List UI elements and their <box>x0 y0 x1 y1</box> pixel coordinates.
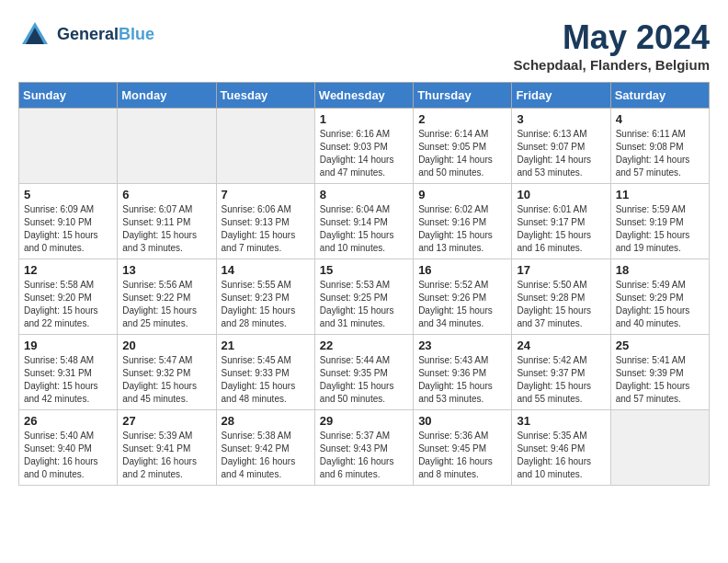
cell-info: Sunrise: 6:13 AM Sunset: 9:07 PM Dayligh… <box>517 128 605 179</box>
location-subtitle: Schepdaal, Flanders, Belgium <box>514 57 710 73</box>
day-number: 18 <box>616 263 704 277</box>
calendar-cell: 31Sunrise: 5:35 AM Sunset: 9:46 PM Dayli… <box>512 410 610 486</box>
weekday-header-row: SundayMondayTuesdayWednesdayThursdayFrid… <box>19 83 710 109</box>
day-number: 13 <box>122 263 210 277</box>
cell-info: Sunrise: 5:48 AM Sunset: 9:31 PM Dayligh… <box>24 354 112 406</box>
calendar-cell: 1Sunrise: 6:16 AM Sunset: 9:03 PM Daylig… <box>314 109 413 184</box>
day-number: 14 <box>222 263 310 277</box>
day-number: 25 <box>616 339 704 352</box>
cell-info: Sunrise: 5:53 AM Sunset: 9:25 PM Dayligh… <box>320 279 408 330</box>
day-number: 6 <box>122 188 210 201</box>
calendar-cell: 19Sunrise: 5:48 AM Sunset: 9:31 PM Dayli… <box>19 335 118 410</box>
calendar-cell: 6Sunrise: 6:07 AM Sunset: 9:11 PM Daylig… <box>118 184 216 259</box>
calendar-cell: 27Sunrise: 5:39 AM Sunset: 9:41 PM Dayli… <box>118 410 216 486</box>
cell-info: Sunrise: 5:41 AM Sunset: 9:39 PM Dayligh… <box>616 354 704 406</box>
logo-text: GeneralBlue <box>57 26 154 44</box>
cell-info: Sunrise: 5:35 AM Sunset: 9:46 PM Dayligh… <box>517 430 605 481</box>
calendar-cell: 14Sunrise: 5:55 AM Sunset: 9:23 PM Dayli… <box>216 259 314 335</box>
day-number: 3 <box>517 112 605 126</box>
calendar-cell: 17Sunrise: 5:50 AM Sunset: 9:28 PM Dayli… <box>512 259 610 335</box>
cell-info: Sunrise: 5:56 AM Sunset: 9:22 PM Dayligh… <box>122 279 210 330</box>
cell-info: Sunrise: 6:16 AM Sunset: 9:03 PM Dayligh… <box>320 128 408 179</box>
calendar-cell: 13Sunrise: 5:56 AM Sunset: 9:22 PM Dayli… <box>118 259 216 335</box>
cell-info: Sunrise: 5:59 AM Sunset: 9:19 PM Dayligh… <box>616 203 704 255</box>
calendar-cell: 29Sunrise: 5:37 AM Sunset: 9:43 PM Dayli… <box>314 410 413 486</box>
day-number: 15 <box>320 263 408 277</box>
calendar-cell: 25Sunrise: 5:41 AM Sunset: 9:39 PM Dayli… <box>610 335 709 410</box>
calendar-cell: 11Sunrise: 5:59 AM Sunset: 9:19 PM Dayli… <box>610 184 709 259</box>
calendar-cell: 22Sunrise: 5:44 AM Sunset: 9:35 PM Dayli… <box>314 335 413 410</box>
day-number: 17 <box>517 263 605 277</box>
calendar-cell: 28Sunrise: 5:38 AM Sunset: 9:42 PM Dayli… <box>216 410 314 486</box>
day-number: 29 <box>320 414 408 428</box>
cell-info: Sunrise: 5:58 AM Sunset: 9:20 PM Dayligh… <box>24 279 112 330</box>
cell-info: Sunrise: 5:50 AM Sunset: 9:28 PM Dayligh… <box>517 279 605 330</box>
calendar-cell: 24Sunrise: 5:42 AM Sunset: 9:37 PM Dayli… <box>512 335 610 410</box>
calendar-cell: 20Sunrise: 5:47 AM Sunset: 9:32 PM Dayli… <box>118 335 216 410</box>
logo: GeneralBlue <box>18 18 154 52</box>
calendar-cell: 26Sunrise: 5:40 AM Sunset: 9:40 PM Dayli… <box>19 410 118 486</box>
calendar-cell <box>610 410 709 486</box>
cell-info: Sunrise: 5:55 AM Sunset: 9:23 PM Dayligh… <box>222 279 310 330</box>
calendar-cell <box>118 109 216 184</box>
day-number: 7 <box>222 188 310 201</box>
day-number: 21 <box>222 339 310 352</box>
calendar-week-row: 12Sunrise: 5:58 AM Sunset: 9:20 PM Dayli… <box>19 259 710 335</box>
month-title: May 2024 <box>514 18 710 57</box>
page-header: GeneralBlue May 2024 Schepdaal, Flanders… <box>18 18 710 73</box>
day-number: 5 <box>24 188 112 201</box>
day-number: 22 <box>320 339 408 352</box>
day-number: 28 <box>222 414 310 428</box>
weekday-header-tuesday: Tuesday <box>216 83 314 109</box>
day-number: 23 <box>418 339 506 352</box>
cell-info: Sunrise: 5:40 AM Sunset: 9:40 PM Dayligh… <box>24 430 112 481</box>
title-block: May 2024 Schepdaal, Flanders, Belgium <box>514 18 710 73</box>
day-number: 24 <box>517 339 605 352</box>
cell-info: Sunrise: 6:04 AM Sunset: 9:14 PM Dayligh… <box>320 203 408 255</box>
calendar-cell: 2Sunrise: 6:14 AM Sunset: 9:05 PM Daylig… <box>414 109 512 184</box>
cell-info: Sunrise: 5:49 AM Sunset: 9:29 PM Dayligh… <box>616 279 704 330</box>
day-number: 19 <box>24 339 112 352</box>
calendar-cell: 16Sunrise: 5:52 AM Sunset: 9:26 PM Dayli… <box>414 259 512 335</box>
day-number: 9 <box>418 188 506 201</box>
calendar-cell: 8Sunrise: 6:04 AM Sunset: 9:14 PM Daylig… <box>314 184 413 259</box>
cell-info: Sunrise: 6:07 AM Sunset: 9:11 PM Dayligh… <box>122 203 210 255</box>
cell-info: Sunrise: 5:42 AM Sunset: 9:37 PM Dayligh… <box>517 354 605 406</box>
cell-info: Sunrise: 6:11 AM Sunset: 9:08 PM Dayligh… <box>616 128 704 179</box>
calendar-cell: 3Sunrise: 6:13 AM Sunset: 9:07 PM Daylig… <box>512 109 610 184</box>
day-number: 8 <box>320 188 408 201</box>
day-number: 11 <box>616 188 704 201</box>
calendar-week-row: 26Sunrise: 5:40 AM Sunset: 9:40 PM Dayli… <box>19 410 710 486</box>
day-number: 1 <box>320 112 408 126</box>
cell-info: Sunrise: 5:52 AM Sunset: 9:26 PM Dayligh… <box>418 279 506 330</box>
calendar-cell: 7Sunrise: 6:06 AM Sunset: 9:13 PM Daylig… <box>216 184 314 259</box>
cell-info: Sunrise: 5:47 AM Sunset: 9:32 PM Dayligh… <box>122 354 210 406</box>
calendar-cell: 4Sunrise: 6:11 AM Sunset: 9:08 PM Daylig… <box>610 109 709 184</box>
calendar-cell <box>216 109 314 184</box>
day-number: 16 <box>418 263 506 277</box>
cell-info: Sunrise: 5:44 AM Sunset: 9:35 PM Dayligh… <box>320 354 408 406</box>
cell-info: Sunrise: 5:38 AM Sunset: 9:42 PM Dayligh… <box>222 430 310 481</box>
day-number: 20 <box>122 339 210 352</box>
weekday-header-sunday: Sunday <box>19 83 118 109</box>
cell-info: Sunrise: 5:39 AM Sunset: 9:41 PM Dayligh… <box>122 430 210 481</box>
day-number: 27 <box>122 414 210 428</box>
weekday-header-friday: Friday <box>512 83 610 109</box>
calendar-cell: 5Sunrise: 6:09 AM Sunset: 9:10 PM Daylig… <box>19 184 118 259</box>
calendar-week-row: 5Sunrise: 6:09 AM Sunset: 9:10 PM Daylig… <box>19 184 710 259</box>
calendar-week-row: 19Sunrise: 5:48 AM Sunset: 9:31 PM Dayli… <box>19 335 710 410</box>
logo-icon <box>18 18 51 52</box>
calendar-week-row: 1Sunrise: 6:16 AM Sunset: 9:03 PM Daylig… <box>19 109 710 184</box>
calendar-cell: 10Sunrise: 6:01 AM Sunset: 9:17 PM Dayli… <box>512 184 610 259</box>
weekday-header-wednesday: Wednesday <box>314 83 413 109</box>
day-number: 12 <box>24 263 112 277</box>
calendar-cell: 30Sunrise: 5:36 AM Sunset: 9:45 PM Dayli… <box>414 410 512 486</box>
day-number: 2 <box>418 112 506 126</box>
day-number: 31 <box>517 414 605 428</box>
cell-info: Sunrise: 6:09 AM Sunset: 9:10 PM Dayligh… <box>24 203 112 255</box>
day-number: 4 <box>616 112 704 126</box>
cell-info: Sunrise: 5:36 AM Sunset: 9:45 PM Dayligh… <box>418 430 506 481</box>
calendar-table: SundayMondayTuesdayWednesdayThursdayFrid… <box>18 82 710 486</box>
calendar-cell: 21Sunrise: 5:45 AM Sunset: 9:33 PM Dayli… <box>216 335 314 410</box>
cell-info: Sunrise: 6:14 AM Sunset: 9:05 PM Dayligh… <box>418 128 506 179</box>
